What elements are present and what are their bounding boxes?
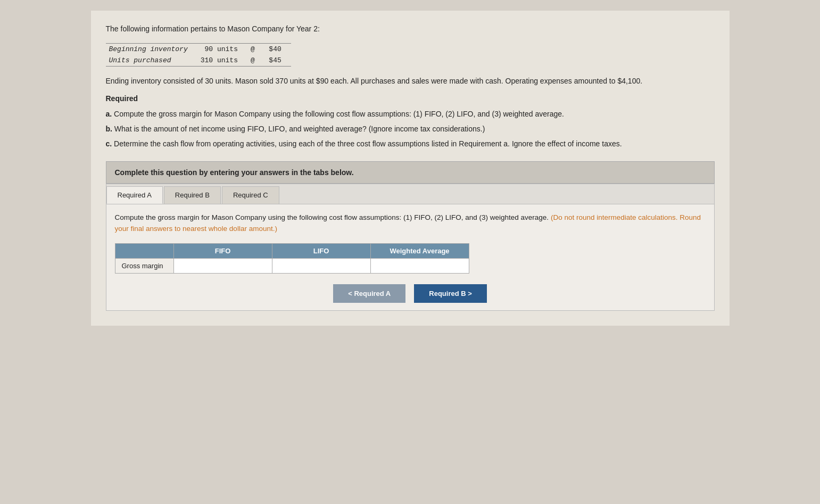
col-header-fifo: FIFO [173,243,272,258]
ending-text: Ending inventory consisted of 30 units. … [106,75,715,87]
row-label-gross-margin: Gross margin [115,258,173,273]
lifo-input-cell[interactable] [272,258,370,273]
col-header-wa: Weighted Average [370,243,469,258]
inv-units-2: 310 units [197,55,247,67]
table-row: Gross margin [115,258,469,273]
tab-required-a[interactable]: Required A [106,186,163,204]
table-header-row: FIFO LIFO Weighted Average [115,243,469,258]
requirement-a: a. Compute the gross margin for Mason Co… [106,108,715,121]
req-c-letter: c. [106,139,112,148]
intro-text: The following information pertains to Ma… [106,23,715,35]
req-a-text: Compute the gross margin for Mason Compa… [114,110,564,118]
wa-input-cell[interactable] [370,258,469,273]
fifo-input-cell[interactable] [173,258,272,273]
nav-buttons: < Required A Required B > [115,284,706,303]
table-row: Units purchased 310 units @ $45 [106,55,291,67]
inv-price-1: $40 [264,44,291,55]
inv-price-2: $45 [264,55,291,67]
inv-units-1: 90 units [197,44,247,55]
requirement-c: c. Determine the cash flow from operatin… [106,138,715,151]
inv-at-2: @ [247,55,264,67]
tabs-section: Required A Required B Required C Compute… [106,184,715,311]
page-container: The following information pertains to Ma… [91,11,730,326]
answer-table: FIFO LIFO Weighted Average Gross margin [115,243,469,274]
inv-label-2: Units purchased [106,55,197,67]
next-button[interactable]: Required B > [414,284,487,303]
tab-instruction: Compute the gross margin for Mason Compa… [115,212,706,235]
tab-instruction-plain: Compute the gross margin for Mason Compa… [115,213,549,221]
tabs-bar: Required A Required B Required C [106,184,714,204]
complete-banner: Complete this question by entering your … [106,161,715,184]
req-b-text: What is the amount of net income using F… [114,125,485,133]
fifo-gross-margin-input[interactable] [174,259,272,273]
required-label: Required [106,94,715,103]
req-a-letter: a. [106,110,112,118]
requirement-b: b. What is the amount of net income usin… [106,123,715,136]
col-header-empty [115,243,173,258]
wa-gross-margin-input[interactable] [371,259,469,273]
requirements-list: a. Compute the gross margin for Mason Co… [106,108,715,150]
req-b-letter: b. [106,125,112,133]
lifo-gross-margin-input[interactable] [272,259,370,273]
tab-required-c[interactable]: Required C [222,186,279,204]
tab-required-b[interactable]: Required B [164,186,221,204]
prev-button[interactable]: < Required A [333,284,405,303]
tab-a-content: Compute the gross margin for Mason Compa… [106,204,714,310]
inv-label-1: Beginning inventory [106,44,197,55]
req-c-text: Determine the cash flow from operating a… [114,139,622,148]
col-header-lifo: LIFO [272,243,370,258]
inventory-table: Beginning inventory 90 units @ $40 Units… [106,43,291,67]
inv-at-1: @ [247,44,264,55]
table-row: Beginning inventory 90 units @ $40 [106,44,291,55]
